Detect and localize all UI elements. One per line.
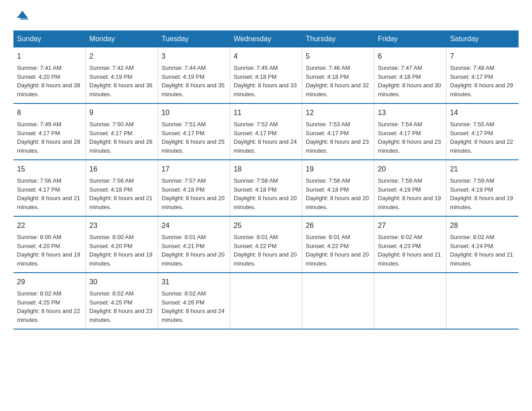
day-number: 1 <box>17 51 82 62</box>
calendar-table: SundayMondayTuesdayWednesdayThursdayFrid… <box>13 30 519 330</box>
day-number: 19 <box>306 164 370 175</box>
calendar-cell: 23 Sunrise: 8:00 AMSunset: 4:20 PMDaylig… <box>86 216 158 273</box>
day-number: 4 <box>234 51 298 62</box>
calendar-cell: 18 Sunrise: 7:58 AMSunset: 4:18 PMDaylig… <box>230 160 302 216</box>
day-info: Sunrise: 7:45 AMSunset: 4:18 PMDaylight:… <box>234 64 297 98</box>
calendar-cell: 4 Sunrise: 7:45 AMSunset: 4:18 PMDayligh… <box>230 47 302 103</box>
day-info: Sunrise: 7:55 AMSunset: 4:17 PMDaylight:… <box>450 121 513 154</box>
day-number: 9 <box>90 107 154 118</box>
day-number: 14 <box>450 107 515 118</box>
weekday-header-monday: Monday <box>86 30 158 47</box>
day-number: 25 <box>234 220 298 231</box>
calendar-cell <box>302 273 374 329</box>
calendar-cell: 5 Sunrise: 7:46 AMSunset: 4:18 PMDayligh… <box>302 47 374 103</box>
calendar-cell: 21 Sunrise: 7:59 AMSunset: 4:19 PMDaylig… <box>446 160 518 216</box>
day-info: Sunrise: 8:00 AMSunset: 4:20 PMDaylight:… <box>17 234 80 267</box>
day-number: 24 <box>162 220 226 231</box>
logo-icon <box>16 9 29 21</box>
day-info: Sunrise: 8:02 AMSunset: 4:25 PMDaylight:… <box>17 290 80 323</box>
day-number: 18 <box>234 164 298 175</box>
day-info: Sunrise: 7:52 AMSunset: 4:17 PMDaylight:… <box>234 121 297 154</box>
calendar-cell: 19 Sunrise: 7:58 AMSunset: 4:18 PMDaylig… <box>302 160 374 216</box>
calendar-cell: 17 Sunrise: 7:57 AMSunset: 4:18 PMDaylig… <box>158 160 230 216</box>
calendar-cell <box>446 273 518 329</box>
day-number: 13 <box>378 107 442 118</box>
day-number: 2 <box>90 51 154 62</box>
day-info: Sunrise: 8:02 AMSunset: 4:25 PMDaylight:… <box>90 290 153 323</box>
day-info: Sunrise: 7:56 AMSunset: 4:17 PMDaylight:… <box>17 177 80 210</box>
calendar-cell: 14 Sunrise: 7:55 AMSunset: 4:17 PMDaylig… <box>446 103 518 160</box>
calendar-cell: 31 Sunrise: 8:02 AMSunset: 4:26 PMDaylig… <box>158 273 230 329</box>
calendar-cell: 20 Sunrise: 7:59 AMSunset: 4:19 PMDaylig… <box>374 160 446 216</box>
calendar-cell: 10 Sunrise: 7:51 AMSunset: 4:17 PMDaylig… <box>158 103 230 160</box>
day-info: Sunrise: 7:50 AMSunset: 4:17 PMDaylight:… <box>90 121 153 154</box>
day-info: Sunrise: 7:44 AMSunset: 4:19 PMDaylight:… <box>162 64 225 98</box>
day-number: 20 <box>378 164 442 175</box>
day-number: 28 <box>450 220 515 231</box>
day-info: Sunrise: 8:01 AMSunset: 4:21 PMDaylight:… <box>162 234 225 267</box>
calendar-cell <box>374 273 446 329</box>
calendar-cell: 2 Sunrise: 7:42 AMSunset: 4:19 PMDayligh… <box>86 47 158 103</box>
calendar-cell: 16 Sunrise: 7:56 AMSunset: 4:18 PMDaylig… <box>86 160 158 216</box>
calendar-cell: 15 Sunrise: 7:56 AMSunset: 4:17 PMDaylig… <box>13 160 86 216</box>
calendar-cell: 30 Sunrise: 8:02 AMSunset: 4:25 PMDaylig… <box>86 273 158 329</box>
day-number: 15 <box>17 164 82 175</box>
day-info: Sunrise: 7:54 AMSunset: 4:17 PMDaylight:… <box>378 121 441 154</box>
week-row-5: 29 Sunrise: 8:02 AMSunset: 4:25 PMDaylig… <box>13 273 519 329</box>
weekday-header-thursday: Thursday <box>302 30 374 47</box>
calendar-cell: 24 Sunrise: 8:01 AMSunset: 4:21 PMDaylig… <box>158 216 230 273</box>
day-number: 3 <box>162 51 226 62</box>
day-info: Sunrise: 8:02 AMSunset: 4:24 PMDaylight:… <box>450 234 513 267</box>
weekday-header-wednesday: Wednesday <box>230 30 302 47</box>
day-number: 26 <box>306 220 370 231</box>
calendar-cell: 22 Sunrise: 8:00 AMSunset: 4:20 PMDaylig… <box>13 216 86 273</box>
day-info: Sunrise: 7:58 AMSunset: 4:18 PMDaylight:… <box>306 177 369 210</box>
day-info: Sunrise: 7:47 AMSunset: 4:18 PMDaylight:… <box>378 64 441 98</box>
day-info: Sunrise: 7:42 AMSunset: 4:19 PMDaylight:… <box>90 64 153 98</box>
week-row-2: 8 Sunrise: 7:49 AMSunset: 4:17 PMDayligh… <box>13 103 519 160</box>
calendar-cell: 28 Sunrise: 8:02 AMSunset: 4:24 PMDaylig… <box>446 216 518 273</box>
day-info: Sunrise: 7:53 AMSunset: 4:17 PMDaylight:… <box>306 121 369 154</box>
week-row-4: 22 Sunrise: 8:00 AMSunset: 4:20 PMDaylig… <box>13 216 519 273</box>
week-row-3: 15 Sunrise: 7:56 AMSunset: 4:17 PMDaylig… <box>13 160 519 216</box>
day-number: 16 <box>90 164 154 175</box>
day-info: Sunrise: 7:41 AMSunset: 4:20 PMDaylight:… <box>17 64 80 98</box>
weekday-header-friday: Friday <box>374 30 446 47</box>
day-info: Sunrise: 8:02 AMSunset: 4:23 PMDaylight:… <box>378 234 441 267</box>
day-number: 17 <box>162 164 226 175</box>
day-info: Sunrise: 8:02 AMSunset: 4:26 PMDaylight:… <box>162 290 225 323</box>
day-info: Sunrise: 7:58 AMSunset: 4:18 PMDaylight:… <box>234 177 297 210</box>
calendar-cell: 11 Sunrise: 7:52 AMSunset: 4:17 PMDaylig… <box>230 103 302 160</box>
day-number: 27 <box>378 220 442 231</box>
day-number: 7 <box>450 51 515 62</box>
weekday-header-sunday: Sunday <box>13 30 86 47</box>
day-info: Sunrise: 7:56 AMSunset: 4:18 PMDaylight:… <box>90 177 153 210</box>
weekday-header-tuesday: Tuesday <box>158 30 230 47</box>
calendar-cell: 25 Sunrise: 8:01 AMSunset: 4:22 PMDaylig… <box>230 216 302 273</box>
day-number: 5 <box>306 51 370 62</box>
calendar-cell: 12 Sunrise: 7:53 AMSunset: 4:17 PMDaylig… <box>302 103 374 160</box>
day-number: 22 <box>17 220 82 231</box>
day-info: Sunrise: 7:48 AMSunset: 4:17 PMDaylight:… <box>450 64 513 98</box>
calendar-cell: 26 Sunrise: 8:01 AMSunset: 4:22 PMDaylig… <box>302 216 374 273</box>
calendar-cell: 6 Sunrise: 7:47 AMSunset: 4:18 PMDayligh… <box>374 47 446 103</box>
day-number: 8 <box>17 107 82 118</box>
calendar-cell: 13 Sunrise: 7:54 AMSunset: 4:17 PMDaylig… <box>374 103 446 160</box>
weekday-header-saturday: Saturday <box>446 30 518 47</box>
page-header <box>13 9 519 21</box>
day-info: Sunrise: 7:49 AMSunset: 4:17 PMDaylight:… <box>17 121 80 154</box>
day-info: Sunrise: 8:01 AMSunset: 4:22 PMDaylight:… <box>234 234 297 267</box>
calendar-cell: 1 Sunrise: 7:41 AMSunset: 4:20 PMDayligh… <box>13 47 86 103</box>
calendar-cell: 27 Sunrise: 8:02 AMSunset: 4:23 PMDaylig… <box>374 216 446 273</box>
day-info: Sunrise: 7:51 AMSunset: 4:17 PMDaylight:… <box>162 121 225 154</box>
day-number: 12 <box>306 107 370 118</box>
day-info: Sunrise: 7:59 AMSunset: 4:19 PMDaylight:… <box>450 177 513 210</box>
day-number: 23 <box>90 220 154 231</box>
day-number: 11 <box>234 107 298 118</box>
calendar-cell: 7 Sunrise: 7:48 AMSunset: 4:17 PMDayligh… <box>446 47 518 103</box>
day-number: 31 <box>162 277 226 287</box>
weekday-header-row: SundayMondayTuesdayWednesdayThursdayFrid… <box>13 30 519 47</box>
calendar-cell: 29 Sunrise: 8:02 AMSunset: 4:25 PMDaylig… <box>13 273 86 329</box>
day-info: Sunrise: 7:46 AMSunset: 4:18 PMDaylight:… <box>306 64 369 98</box>
day-number: 10 <box>162 107 226 118</box>
